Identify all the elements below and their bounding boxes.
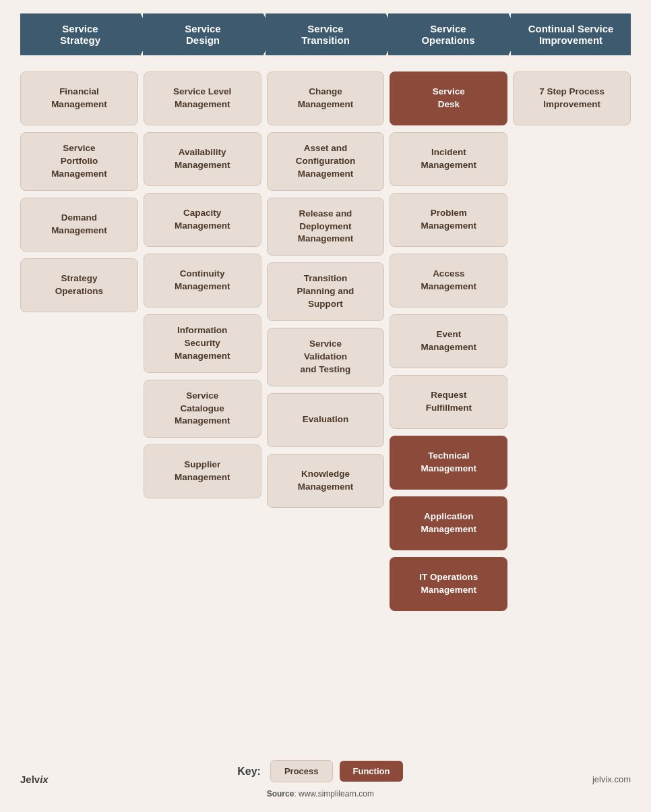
- card-release-deployment-management: Release andDeploymentManagement: [267, 198, 385, 256]
- card-availability-management: AvailabilityManagement: [144, 132, 261, 186]
- card-problem-management: ProblemManagement: [390, 193, 507, 247]
- page-wrapper: ServiceStrategy ServiceDesign ServiceTra…: [0, 0, 651, 812]
- brand-left: Jelvix: [20, 774, 49, 785]
- card-information-security-management: InformationSecurityManagement: [144, 314, 261, 373]
- card-request-fulfillment: RequestFulfillment: [390, 375, 507, 429]
- column-design: Service LevelManagement AvailabilityMana…: [144, 71, 261, 736]
- card-service-portfolio-management: ServicePortfolioManagement: [20, 132, 138, 191]
- card-asset-configuration-management: Asset andConfigurationManagement: [267, 132, 385, 191]
- card-application-management: ApplicationManagement: [390, 496, 507, 550]
- card-continuity-management: ContinuityManagement: [144, 254, 261, 308]
- header-row: ServiceStrategy ServiceDesign ServiceTra…: [20, 13, 631, 55]
- card-change-management: ChangeManagement: [267, 71, 385, 125]
- header-csi: Continual ServiceImprovement: [511, 13, 631, 55]
- card-service-desk: ServiceDesk: [390, 71, 507, 125]
- card-service-level-management: Service LevelManagement: [144, 71, 261, 125]
- card-financial-management: FinancialManagement: [20, 71, 138, 125]
- source-center: Key: Process Function Source: www.simpli…: [237, 760, 403, 799]
- card-incident-management: IncidentManagement: [390, 132, 507, 186]
- header-transition: ServiceTransition: [266, 13, 385, 55]
- key-label: Key:: [237, 765, 261, 778]
- key-process-badge: Process: [270, 760, 333, 782]
- card-knowledge-management: KnowledgeManagement: [267, 454, 385, 508]
- card-strategy-operations: StrategyOperations: [20, 258, 138, 312]
- source-text: Source: www.simplilearn.com: [267, 789, 374, 799]
- brand-jelvix-text: Jelvix: [20, 774, 49, 785]
- card-evaluation: Evaluation: [267, 393, 385, 447]
- card-event-management: EventManagement: [390, 314, 507, 368]
- main-grid: FinancialManagement ServicePortfolioMana…: [20, 71, 631, 736]
- column-operations: ServiceDesk IncidentManagement ProblemMa…: [390, 71, 507, 736]
- column-csi: 7 Step ProcessImprovement: [513, 71, 631, 736]
- card-service-catalogue-management: ServiceCatalogueManagement: [144, 380, 261, 438]
- header-strategy: ServiceStrategy: [20, 13, 140, 55]
- column-transition: ChangeManagement Asset andConfigurationM…: [267, 71, 385, 736]
- card-it-operations-management: IT OperationsManagement: [390, 557, 507, 611]
- card-7-step-process-improvement: 7 Step ProcessImprovement: [513, 71, 631, 125]
- card-service-validation-testing: ServiceValidationand Testing: [267, 328, 385, 386]
- header-operations: ServiceOperations: [388, 13, 508, 55]
- card-demand-management: DemandManagement: [20, 198, 138, 252]
- card-transition-planning-support: TransitionPlanning andSupport: [267, 262, 385, 321]
- column-strategy: FinancialManagement ServicePortfolioMana…: [20, 71, 138, 736]
- card-capacity-management: CapacityManagement: [144, 193, 261, 247]
- card-technical-management: TechnicalManagement: [390, 436, 507, 490]
- header-design: ServiceDesign: [143, 13, 263, 55]
- brand-right: jelvix.com: [592, 774, 631, 784]
- key-function-badge: Function: [340, 761, 404, 782]
- card-access-management: AccessManagement: [390, 254, 507, 308]
- footer: Jelvix Key: Process Function Source: www…: [20, 752, 631, 799]
- card-supplier-management: SupplierManagement: [144, 444, 261, 498]
